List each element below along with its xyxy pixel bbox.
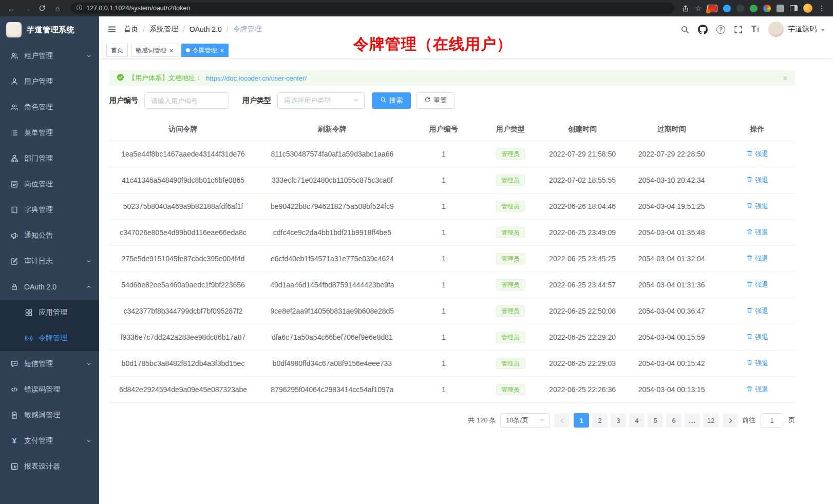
sidebar-item-15[interactable]: ¥支付管理: [0, 428, 99, 454]
sidebar-item-10[interactable]: 应用管理: [0, 300, 99, 325]
search-button[interactable]: 搜索: [372, 92, 411, 109]
alert-close-icon[interactable]: ×: [783, 74, 788, 83]
table-row: 275e5de9151045fe87cbdc395e004f4de6cfd40e…: [109, 246, 795, 272]
info-alert: 【用户体系】文档地址： https://doc.iocoder.cn/user-…: [109, 70, 795, 86]
side-panel-icon[interactable]: [790, 5, 798, 11]
back-button[interactable]: ←: [5, 5, 17, 12]
site-info-icon[interactable]: [76, 4, 83, 13]
user-type-badge: 管理员: [496, 279, 525, 290]
page-more-button[interactable]: ...: [685, 413, 700, 428]
sidebar-item-11[interactable]: 令牌管理: [0, 325, 99, 351]
forward-button[interactable]: →: [21, 5, 33, 12]
tab-1[interactable]: 敏感词管理×: [131, 44, 178, 57]
sidebar-item-3[interactable]: 菜单管理: [0, 120, 99, 146]
sidebar-item-0[interactable]: 租户管理: [0, 43, 99, 69]
force-logout-button[interactable]: 强退: [746, 359, 768, 368]
bookmark-star-icon[interactable]: ☆: [695, 4, 702, 12]
goto-page-input[interactable]: [761, 413, 783, 428]
sidebar-item-13[interactable]: 错误码管理: [0, 377, 99, 402]
browser-chrome: ← → ⌂ 127.0.0.1:1024/system/oauth2/token…: [0, 0, 833, 16]
github-icon[interactable]: [698, 25, 708, 34]
force-logout-button[interactable]: 强退: [746, 306, 768, 316]
user-type-badge: 管理员: [496, 358, 525, 369]
column-header: 访问令牌: [109, 118, 257, 141]
force-logout-button[interactable]: 强退: [746, 385, 768, 394]
sidebar-item-12[interactable]: 短信管理: [0, 351, 99, 377]
address-bar[interactable]: 127.0.0.1:1024/system/oauth2/token: [71, 3, 674, 14]
breadcrumb-separator: /: [183, 25, 185, 33]
force-logout-button[interactable]: 强退: [746, 202, 768, 211]
expire-time-cell: 2054-03-10 20:42:34: [623, 167, 720, 193]
megaphone-icon: [10, 231, 18, 240]
reset-button[interactable]: 重置: [416, 92, 455, 109]
page-button-12[interactable]: 12: [703, 413, 718, 428]
list-icon: [10, 129, 18, 137]
force-logout-button[interactable]: 强退: [746, 280, 768, 289]
extension-icon-blue[interactable]: [723, 5, 731, 12]
sidebar-item-label: 应用管理: [39, 308, 67, 317]
user-type-select[interactable]: 请选择用户类型: [277, 92, 365, 109]
username: 芋道源码: [788, 25, 817, 34]
fullscreen-icon[interactable]: [734, 25, 743, 34]
user-id-cell: 1: [408, 141, 480, 167]
force-logout-button[interactable]: 强退: [746, 149, 768, 159]
extension-icon-dark[interactable]: [736, 5, 744, 12]
extension-icon-green[interactable]: [750, 5, 758, 12]
sidebar-item-7[interactable]: 通知公告: [0, 223, 99, 248]
home-button[interactable]: ⌂: [51, 5, 64, 12]
force-logout-button[interactable]: 强退: [746, 333, 768, 342]
sidebar-item-1[interactable]: 用户管理: [0, 69, 99, 94]
page-button-3[interactable]: 3: [611, 413, 626, 428]
force-logout-button[interactable]: 强退: [746, 254, 768, 263]
prev-page-button[interactable]: [554, 413, 570, 428]
search-icon[interactable]: [680, 25, 689, 34]
breadcrumb-item-2[interactable]: OAuth 2.0: [190, 25, 222, 33]
sidebar-item-16[interactable]: 报表设计器: [0, 454, 99, 479]
sidebar-item-5[interactable]: 岗位管理: [0, 171, 99, 197]
extension-icon-multicolor[interactable]: [763, 5, 771, 12]
help-icon[interactable]: ?: [716, 25, 725, 34]
user-id-input[interactable]: [144, 92, 229, 109]
sidebar-item-9[interactable]: OAuth 2.0: [0, 274, 99, 300]
tab-0[interactable]: 首页: [106, 44, 128, 57]
refresh-token-cell: 49d1aa46d1454fbd87591444423be9fa: [257, 272, 408, 298]
app-logo[interactable]: 芋道管理系统: [0, 16, 99, 43]
force-logout-button[interactable]: 强退: [746, 228, 768, 237]
page-button-1[interactable]: 1: [574, 413, 589, 428]
page-button-5[interactable]: 5: [648, 413, 663, 428]
reload-button[interactable]: [36, 5, 48, 12]
page-button-2[interactable]: 2: [592, 413, 608, 428]
close-tab-icon[interactable]: ×: [169, 47, 174, 54]
extension-icon-red[interactable]: [707, 5, 717, 12]
user-menu[interactable]: 芋道源码: [768, 22, 825, 37]
refresh-token-cell: cdfc4ce9c2da4bb1bdf21b9918ff4be5: [257, 220, 408, 246]
browser-profile-avatar[interactable]: [803, 4, 812, 13]
chevron-down-icon: [86, 53, 92, 59]
breadcrumb-item-1[interactable]: 系统管理: [149, 25, 178, 34]
tab-2[interactable]: 令牌管理×: [181, 44, 229, 57]
page-button-4[interactable]: 4: [629, 413, 645, 428]
page-size-select[interactable]: 10条/页: [500, 413, 550, 428]
breadcrumb-item-0[interactable]: 首页: [124, 25, 138, 34]
page-button-6[interactable]: 6: [666, 413, 681, 428]
sidebar-item-4[interactable]: 部门管理: [0, 146, 99, 171]
sidebar-item-label: 短信管理: [24, 359, 53, 369]
next-page-button[interactable]: [723, 413, 738, 428]
browser-menu-icon[interactable]: ⋮: [818, 4, 826, 12]
close-tab-icon[interactable]: ×: [220, 47, 224, 54]
sidebar-item-8[interactable]: 审计日志: [0, 248, 99, 274]
extensions-puzzle-icon[interactable]: [777, 5, 784, 12]
sidebar-item-6[interactable]: 字典管理: [0, 197, 99, 223]
sidebar-item-label: 令牌管理: [39, 334, 67, 343]
access-token-cell: b0d1785bc3a8482f812db4a3f3bd15ec: [109, 351, 257, 377]
font-size-icon[interactable]: TT: [751, 25, 760, 33]
sidebar-item-2[interactable]: 角色管理: [0, 94, 99, 120]
sidebar-item-14[interactable]: 敏感词管理: [0, 402, 99, 428]
pagination-pages: 123456...12: [574, 413, 718, 428]
collapse-sidebar-icon[interactable]: [107, 25, 117, 34]
force-logout-button[interactable]: 强退: [746, 176, 768, 185]
share-icon[interactable]: [681, 5, 689, 12]
alert-link[interactable]: https://doc.iocoder.cn/user-center/: [206, 74, 307, 82]
trash-icon: [746, 385, 753, 394]
page-size-value: 10条/页: [506, 416, 528, 425]
